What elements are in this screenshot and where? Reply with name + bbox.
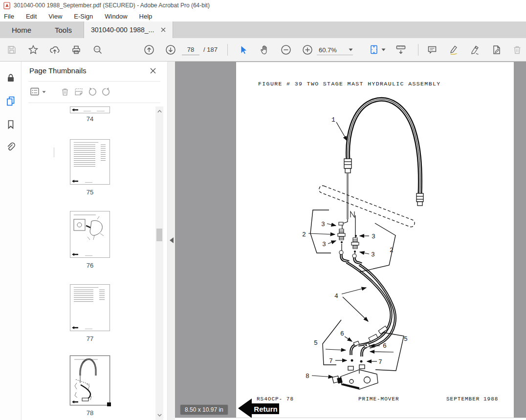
attachments-icon[interactable] [5,141,17,153]
footer-section: PRIME-MOVER [358,396,399,402]
figure-title: FIGURE # 39 TWO STAGE MAST HYDRAULIC ASS… [258,81,441,87]
callout-6: 6 [383,342,387,350]
menu-window[interactable]: Window [99,11,133,21]
measure-scroll-icon[interactable] [393,42,409,58]
thumbnail-page-77[interactable] [70,284,110,331]
scrollbar-up-icon[interactable] [155,107,163,115]
acrobat-icon [3,2,11,9]
thumbnail-label-76: 76 [70,262,110,269]
window-title: 301040-000 1988_September.pdf (SECURED) … [14,2,210,9]
divider [28,81,160,82]
thumbnail-label-75: 75 [70,189,110,196]
rotate-ccw-icon[interactable] [86,86,99,98]
collapse-panel-icon[interactable] [170,237,174,243]
mini-return-stamp [72,180,78,183]
zoom-out-icon[interactable] [278,42,294,58]
highlight-icon[interactable] [445,42,462,58]
page-size-indicator: 8.50 x 10.97 in [180,404,228,415]
hand-tool-icon[interactable] [256,42,273,58]
menu-edit[interactable]: Edit [20,11,43,21]
return-stamp-label: Return [252,403,279,414]
chevron-down-icon [381,48,386,51]
select-tool-icon[interactable] [235,42,251,58]
zoom-level-value: 60.7% [319,46,337,54]
page-count-label: / 187 [203,45,218,55]
thumbnail-page-76[interactable] [70,211,110,258]
thumbnail-options-icon[interactable] [28,86,48,98]
scrollbar-thumb[interactable] [156,229,162,241]
toolbar-divider [418,44,418,56]
tab-bar: Home Tools 301040-000 1988_... [0,21,526,38]
mini-diagram [70,211,110,254]
chevron-down-icon [349,48,353,51]
edit-page-icon[interactable] [488,42,505,58]
page-number-input[interactable]: 78 [182,45,199,55]
delete-pages-icon[interactable] [59,86,71,98]
tab-document[interactable]: 301040-000 1988_... [84,21,173,38]
panel-title: Page Thumbnails [29,66,86,75]
hydraulic-assembly-diagram: 1 2 2 3 3 3 3 4 5 5 6 6 7 7 8 [236,91,514,394]
bottom-strip [175,418,526,420]
comment-icon[interactable] [424,42,440,58]
save-icon[interactable] [3,42,20,58]
next-page-icon[interactable] [162,42,179,58]
callout-2: 2 [390,247,394,254]
page-thumbnails-icon[interactable] [5,95,17,107]
menu-esign[interactable]: E-Sign [68,11,99,21]
search-icon[interactable] [89,42,106,58]
tab-tools[interactable]: Tools [43,21,84,38]
panel-collapse-strip[interactable] [167,62,175,420]
callout-7: 7 [378,358,382,366]
callout-3: 3 [371,251,375,258]
delete-icon[interactable] [509,42,526,58]
callout-4: 4 [334,293,338,300]
panel-close-icon[interactable] [150,67,157,75]
page-total: 187 [207,46,218,53]
print-icon[interactable] [68,42,85,58]
callout-6: 6 [340,330,344,337]
rotate-cw-icon[interactable] [100,86,112,98]
menu-file[interactable]: File [0,11,20,21]
thumbnail-page-78[interactable] [70,356,110,405]
document-pane: FIGURE # 39 TWO STAGE MAST HYDRAULIC ASS… [175,62,526,418]
mini-diagram [70,356,110,402]
divider [28,103,160,103]
thumbnail-label-78: 78 [70,409,110,417]
bookmarks-icon[interactable] [5,119,17,130]
selection-handle[interactable] [107,402,111,406]
thumbnail-page-75[interactable] [70,139,110,185]
menu-help[interactable]: Help [133,11,158,21]
thumbnails-panel: Page Thumbnails [22,62,167,420]
tab-close-icon[interactable] [161,27,166,32]
tab-home[interactable]: Home [0,21,43,38]
menu-view[interactable]: View [43,11,68,21]
mini-return-stamp [72,326,78,329]
sign-icon[interactable] [467,42,483,58]
fit-page-dropdown[interactable] [366,42,388,58]
previous-page-icon[interactable] [141,42,157,58]
lock-icon[interactable] [5,72,17,84]
thumbnail-page-74[interactable] [70,106,110,113]
callout-7: 7 [329,357,333,365]
panel-scrollbar[interactable] [155,106,163,420]
star-icon[interactable] [25,42,42,58]
content-area: Page Thumbnails [0,62,526,420]
callout-2: 2 [302,231,306,238]
toolbar-divider [227,44,228,56]
thumbnail-label-77: 77 [70,335,110,342]
zoom-in-icon[interactable] [299,42,316,58]
tab-tools-label: Tools [55,26,72,34]
zoom-level-dropdown[interactable]: 60.7% [317,45,353,55]
insert-page-icon[interactable] [72,86,85,98]
return-stamp[interactable]: Return [238,398,279,420]
tab-document-label: 301040-000 1988_... [91,26,154,34]
footer-date: SEPTEMBER 1988 [446,396,498,402]
pdf-page: FIGURE # 39 TWO STAGE MAST HYDRAULIC ASS… [236,62,514,418]
menu-bar: File Edit View E-Sign Window Help [0,11,526,21]
callout-5: 5 [314,339,318,347]
tab-home-label: Home [12,26,31,34]
share-upload-icon[interactable] [46,42,63,58]
scrollbar-down-icon[interactable] [155,411,163,419]
left-rail [0,62,22,420]
callout-3: 3 [372,233,375,240]
